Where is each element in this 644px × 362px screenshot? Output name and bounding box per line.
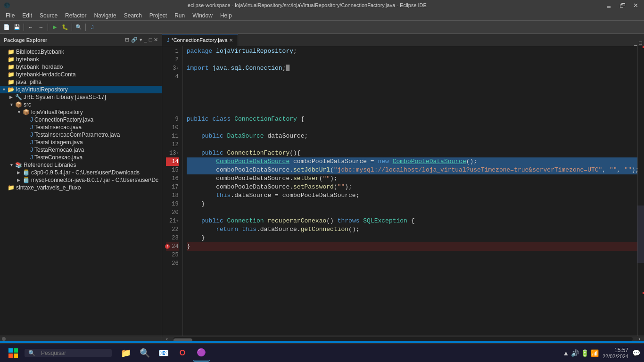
- code-editor[interactable]: 1 2 3+ 4 9 10 11 12 13+ 14 15 16 17 18 1…: [162, 46, 644, 336]
- package-explorer-controls: ⊟ 🔗 ▾ _ □ ✕: [125, 37, 158, 43]
- jar-icon: 🫙: [23, 177, 30, 183]
- list-item[interactable]: 📁 bytebankHerdadoConta: [0, 71, 162, 78]
- list-item[interactable]: J TestaInsercaoComParametro.java: [0, 131, 162, 139]
- menu-run[interactable]: Run: [171, 11, 189, 20]
- menu-project[interactable]: Project: [146, 11, 171, 20]
- menubar: File Edit Source Refactor Navigate Searc…: [0, 10, 644, 21]
- minimize-button[interactable]: 🗕: [604, 2, 614, 9]
- clock-time: 15:57: [603, 347, 628, 354]
- toolbar-forward[interactable]: →: [36, 23, 46, 32]
- restore-button[interactable]: 🗗: [618, 2, 627, 9]
- menu-file[interactable]: File: [2, 11, 18, 20]
- close-button[interactable]: ✕: [631, 2, 640, 9]
- line-numbers: 1 2 3+ 4 9 10 11 12 13+ 14 15 16 17 18 1…: [162, 46, 182, 336]
- tree-arrow: ▶: [17, 178, 23, 182]
- list-item[interactable]: J TesteConexao.java: [0, 154, 162, 161]
- pe-scrollbar-thumb[interactable]: [2, 337, 6, 341]
- scroll-right-button[interactable]: ›: [635, 336, 644, 342]
- list-item[interactable]: ▶ 🔧 JRE System Library [JavaSE-17]: [0, 93, 162, 101]
- search-icon: 🔍: [28, 350, 35, 356]
- package-explorer-tree: 📁 BibliotecaBytebank 📁 bytebank 📁 byteba…: [0, 46, 162, 336]
- toolbar-perspective[interactable]: J: [88, 23, 97, 32]
- menu-help[interactable]: Help: [216, 11, 236, 20]
- list-item[interactable]: J ConnectionFactory.java: [0, 116, 162, 123]
- editor-area: J *ConnectionFactory.java ✕ _ □ 1 2 3+ 4: [162, 34, 644, 341]
- toolbar-debug[interactable]: 🐛: [60, 23, 70, 32]
- editor-bottom-scrollbar[interactable]: ‹ ›: [162, 336, 644, 341]
- pe-close[interactable]: ✕: [154, 37, 158, 43]
- list-item[interactable]: ▼ 📦 lojaVirtualRepository: [0, 108, 162, 116]
- taskbar-search-app[interactable]: 🔍: [136, 345, 153, 362]
- editor-scrollbar-track[interactable]: [173, 337, 633, 341]
- tab-close-button[interactable]: ✕: [229, 38, 233, 43]
- taskbar-file-explorer[interactable]: 📁: [117, 345, 134, 362]
- editor-tab-connection-factory[interactable]: J *ConnectionFactory.java ✕: [162, 34, 238, 46]
- line-number: 1: [166, 47, 178, 56]
- list-item[interactable]: ▼ 📚 Referenced Libraries: [0, 161, 162, 169]
- package-explorer-panel: Package Explorer ⊟ 🔗 ▾ _ □ ✕ 📁 Bibliotec…: [0, 34, 162, 341]
- java-file-icon: J: [30, 147, 33, 153]
- list-item[interactable]: ▶ 🫙 c3p0-0.9.5.4.jar - C:\Users\user\Dow…: [0, 169, 162, 176]
- svg-rect-0: [8, 348, 13, 353]
- editor-maximize[interactable]: □: [639, 40, 642, 46]
- list-item[interactable]: 📁 BibliotecaBytebank: [0, 48, 162, 56]
- pe-menu[interactable]: ▾: [140, 37, 142, 43]
- toolbar-save[interactable]: 💾: [12, 23, 22, 32]
- code-content[interactable]: package lojaVirtualRepository; import ja…: [183, 46, 637, 336]
- editor-minimize[interactable]: _: [634, 40, 637, 46]
- menu-source[interactable]: Source: [36, 11, 61, 20]
- tree-label: Referenced Libraries: [24, 162, 76, 168]
- taskbar-search-input[interactable]: [37, 349, 108, 357]
- system-tray-icons: ▲ 🔊 🔋 📶: [562, 349, 599, 357]
- menu-window[interactable]: Window: [189, 11, 216, 20]
- menu-edit[interactable]: Edit: [18, 11, 36, 20]
- taskbar-apps: 📁 🔍 📧 O 🟣: [117, 345, 210, 362]
- line-number: 25: [166, 251, 178, 259]
- menu-search[interactable]: Search: [120, 11, 146, 20]
- list-item[interactable]: J TestaRemocao.java: [0, 146, 162, 154]
- tree-label: lojaVirtualRepository: [31, 109, 83, 115]
- scroll-left-button[interactable]: ‹: [162, 336, 172, 342]
- list-item[interactable]: 📁 bytebank: [0, 56, 162, 63]
- svg-rect-3: [14, 354, 18, 358]
- taskbar-right: ▲ 🔊 🔋 📶 15:57 22/02/2024 💬: [562, 347, 640, 359]
- list-item[interactable]: J TestaInsercao.java: [0, 123, 162, 131]
- tree-arrow: ▼: [9, 102, 15, 107]
- content-area: Package Explorer ⊟ 🔗 ▾ _ □ ✕ 📁 Bibliotec…: [0, 34, 644, 341]
- code-line: public ConnectionFactory(){: [187, 149, 637, 157]
- list-item[interactable]: ▼ 📦 src: [0, 101, 162, 108]
- titlebar: 🌑 eclipse-workspace - lojaVirtualReposit…: [0, 0, 644, 10]
- clock[interactable]: 15:57 22/02/2024: [603, 347, 628, 359]
- taskbar-eclipse[interactable]: 🟣: [193, 345, 210, 362]
- list-item[interactable]: 📁 sintaxe_variaveis_e_fluxo: [0, 184, 162, 191]
- menu-navigate[interactable]: Navigate: [90, 11, 120, 20]
- java-file-icon: J: [30, 124, 33, 131]
- pe-maximize[interactable]: □: [149, 37, 152, 43]
- start-button[interactable]: [4, 344, 23, 362]
- pe-collapse-all[interactable]: ⊟: [125, 37, 129, 43]
- taskbar-mail[interactable]: 📧: [155, 345, 172, 362]
- pe-link-editor[interactable]: 🔗: [131, 37, 138, 43]
- list-item[interactable]: J TestaListagem.java: [0, 139, 162, 146]
- menu-refactor[interactable]: Refactor: [61, 11, 90, 20]
- toolbar-search[interactable]: 🔍: [74, 23, 83, 32]
- list-item[interactable]: 📁 java_pilha: [0, 78, 162, 86]
- line-number: 17: [166, 183, 178, 191]
- pe-minimize[interactable]: _: [144, 37, 147, 43]
- taskbar: 🔍 📁 🔍 📧 O 🟣 ▲ 🔊 🔋 📶 15:57 22/02/2024 💬: [0, 343, 644, 362]
- toolbar-new[interactable]: 📄: [2, 23, 11, 32]
- toolbar-back[interactable]: ←: [26, 23, 35, 32]
- tree-label: c3p0-0.9.5.4.jar - C:\Users\user\Downloa…: [31, 169, 140, 176]
- list-item[interactable]: 📁 bytebank_herdado: [0, 63, 162, 71]
- line-number: 22: [166, 225, 178, 234]
- list-item[interactable]: ▼ 📂 lojaVirtualRepository: [0, 86, 162, 93]
- toolbar-run[interactable]: ▶: [50, 23, 59, 32]
- code-line: [187, 208, 637, 217]
- list-item[interactable]: ▶ 🫙 mysql-connector-java-8.0.17.jar - C:…: [0, 176, 162, 184]
- editor-scrollbar[interactable]: [637, 46, 644, 336]
- line-number: 20: [166, 208, 178, 217]
- taskbar-opera[interactable]: O: [174, 345, 191, 362]
- notification-icon[interactable]: 💬: [632, 349, 640, 357]
- line-number: 13+: [166, 149, 178, 157]
- folder-icon: 📁: [8, 56, 15, 63]
